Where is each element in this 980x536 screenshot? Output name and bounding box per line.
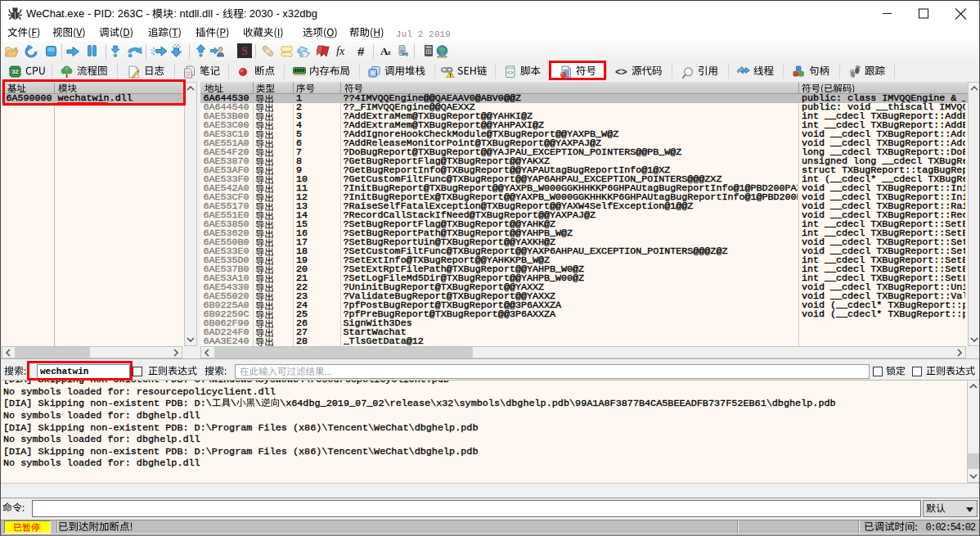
svg-text:#: # [357, 45, 365, 57]
svg-text:<>: <> [615, 66, 627, 77]
svg-text:z: z [388, 49, 391, 56]
svg-text:fx: fx [336, 45, 345, 56]
svg-text:S: S [241, 45, 248, 57]
svg-text:<>: <> [506, 70, 513, 76]
svg-text:32: 32 [11, 69, 18, 74]
